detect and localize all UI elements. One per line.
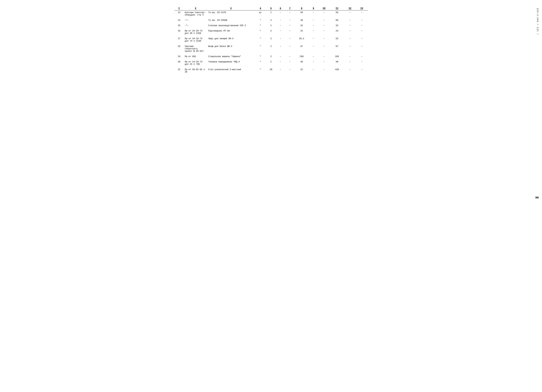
cell-8-2: Стол ученический 2-местный [207, 67, 255, 74]
cell-3-3: " [255, 29, 266, 35]
page-container: 2I4-2-I44 / III / 96 I 2 3 4 5 6 7 8 9 I… [174, 6, 368, 75]
cell-3-5: – [276, 29, 285, 35]
cell-8-11: – [344, 67, 356, 74]
cell-2-12: – [356, 23, 368, 27]
cell-8-3: " [255, 67, 266, 74]
cell-8-7: 2I [295, 67, 309, 74]
cell-6-5: – [276, 54, 285, 59]
cell-4-8: – [309, 37, 318, 43]
table-row: I7Пр-нт 24-I9-73 доп 74 п 2I30Ларь для о… [174, 37, 368, 43]
cell-5-1: Чертежи Гипроторга, проект № 65-027 [184, 44, 207, 53]
cell-3-0: I6 [174, 29, 184, 35]
cell-6-1: Пр-нт 092 [184, 54, 207, 59]
cell-4-2: Ларь для овощей ЛО-3 [207, 37, 255, 43]
cell-3-1: Пр-нт 24-I9-73 доп 39 п I269 [184, 29, 207, 35]
cell-2-8: – [309, 23, 318, 27]
table-body: I3Контора Союзторг-оборудов. стр 4То же,… [174, 11, 368, 75]
cell-4-4: 2 [266, 37, 276, 43]
header-col-13: I3 [356, 6, 368, 11]
cell-8-12: – [356, 67, 368, 74]
table-header-row: I 2 3 4 5 6 7 8 9 IO II I2 I3 [174, 6, 368, 11]
header-col-5: 5 [266, 6, 276, 11]
cell-0-9: – [318, 11, 330, 17]
cell-2-11: – [344, 23, 356, 27]
cell-3-2: Подтоварник ПТ-2А [207, 29, 255, 35]
cell-0-12: – [356, 11, 368, 17]
cell-1-1: –"– [184, 18, 207, 22]
row-spacer [174, 66, 368, 67]
side-label: 2I4-2-I44 / III / [536, 8, 539, 35]
table-row: I6Пр-нт 24-I9-73 доп 39 п I269Подтоварни… [174, 29, 368, 35]
cell-8-9: – [318, 67, 330, 74]
cell-6-8: – [309, 54, 318, 59]
header-col-9: 9 [309, 6, 318, 11]
cell-0-0: I3 [174, 11, 184, 17]
cell-0-8: – [309, 11, 318, 17]
cell-6-10: 320 [330, 54, 344, 59]
main-table: I 2 3 4 5 6 7 8 9 IO II I2 I3 I3Контора … [174, 6, 368, 75]
cell-3-7: I2 [295, 29, 309, 35]
header-col-3: 3 [207, 6, 255, 11]
cell-1-11: – [344, 18, 356, 22]
cell-2-5: – [276, 23, 285, 27]
cell-3-10: 24 [330, 29, 344, 35]
cell-0-11: – [344, 11, 356, 17]
cell-8-0: 2I [174, 67, 184, 74]
cell-5-12: – [356, 44, 368, 53]
cell-0-1: Контора Союзторг-оборудов. стр 4 [184, 11, 207, 17]
cell-7-1: Пр-нт 24-I9-73 доп I5 п 796 [184, 60, 207, 66]
row-spacer [174, 43, 368, 44]
cell-7-2: Тележка передвижная ТМД-4 [207, 60, 255, 66]
cell-5-7: 67 [295, 44, 309, 53]
cell-2-10: 32 [330, 23, 344, 27]
cell-0-7: 58 [295, 11, 309, 17]
cell-0-6: – [285, 11, 295, 17]
cell-4-12: – [356, 37, 368, 43]
cell-7-8: – [309, 60, 318, 66]
cell-6-4: 2 [266, 54, 276, 59]
cell-1-0: I4 [174, 18, 184, 22]
row-spacer [174, 27, 368, 29]
cell-3-9: – [318, 29, 330, 35]
cell-7-6: – [285, 60, 295, 66]
cell-1-10: 80 [330, 18, 344, 22]
cell-8-4: 20 [266, 67, 276, 74]
cell-3-11: – [344, 29, 356, 35]
cell-3-12: – [356, 29, 368, 35]
row-spacer [174, 53, 368, 54]
header-col-11: II [330, 6, 344, 11]
table-row: I8Чертежи Гипроторга, проект № 65-027Шка… [174, 44, 368, 53]
cell-2-0: I5 [174, 23, 184, 27]
cell-4-3: " [255, 37, 266, 43]
row-spacer [174, 17, 368, 18]
cell-1-6: – [285, 18, 295, 22]
cell-7-11: – [344, 60, 356, 66]
cell-4-9: – [318, 37, 330, 43]
cell-4-10: 52 [330, 37, 344, 43]
cell-7-3: " [255, 60, 266, 66]
cell-2-9: – [318, 23, 330, 27]
table-row: 20Пр-нт 24-I9-73 доп I5 п 796Тележка пер… [174, 60, 368, 66]
cell-0-5: – [276, 11, 285, 17]
cell-1-3: " [255, 18, 266, 22]
cell-6-0: I9 [174, 54, 184, 59]
table-row: I5–"–Стеллаж производственный СПС-2"I––3… [174, 23, 368, 27]
header-col-8: 8 [295, 6, 309, 11]
row-spacer [174, 22, 368, 23]
cell-1-5: – [276, 18, 285, 22]
cell-7-5: – [276, 60, 285, 66]
cell-3-6: – [285, 29, 295, 35]
cell-4-0: I7 [174, 37, 184, 43]
header-col-7: 7 [285, 6, 295, 11]
cell-7-10: 40 [330, 60, 344, 66]
cell-6-9: – [318, 54, 330, 59]
cell-6-3: " [255, 54, 266, 59]
row-spacer [174, 35, 368, 37]
table-row: I3Контора Союзторг-оборудов. стр 4То же,… [174, 11, 368, 17]
cell-1-7: 40 [295, 18, 309, 22]
cell-0-2: То же, СП-I470 [207, 11, 255, 17]
header-col-4: 4 [255, 6, 266, 11]
cell-3-8: – [309, 29, 318, 35]
cell-2-2: Стеллаж производственный СПС-2 [207, 23, 255, 27]
cell-4-1: Пр-нт 24-I9-73 доп 74 п 2I30 [184, 37, 207, 43]
